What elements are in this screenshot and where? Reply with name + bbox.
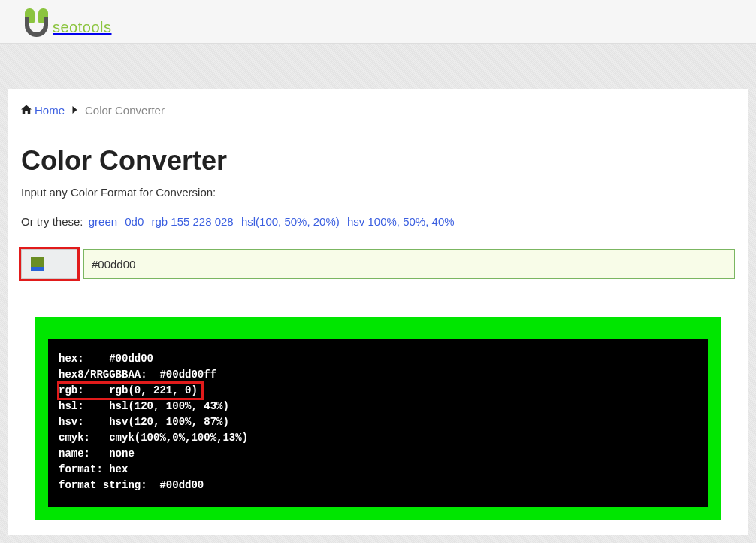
breadcrumb-home-link[interactable]: Home	[35, 104, 65, 117]
try-examples-line: Or try these: green 0d0 rgb 155 228 028 …	[21, 215, 735, 228]
breadcrumb-current: Color Converter	[85, 104, 165, 117]
result-line: hex8/RRGGBBAA: #00dd00ff	[59, 367, 697, 383]
logo-text: seotools	[53, 19, 112, 36]
result-line: cmyk: cmyk(100%,0%,100%,13%)	[59, 430, 697, 446]
result-line: hsv: hsv(120, 100%, 87%)	[59, 414, 697, 430]
breadcrumb-sep-icon	[72, 105, 77, 116]
example-link[interactable]: hsv 100%, 50%, 40%	[347, 215, 455, 228]
logo-icon	[23, 7, 51, 38]
page-subtitle: Input any Color Format for Conversion:	[21, 186, 735, 199]
top-bar: seotools	[0, 0, 756, 44]
input-row	[21, 249, 735, 279]
color-swatch-button[interactable]	[21, 249, 77, 279]
result-line: format: hex	[59, 462, 697, 478]
example-link[interactable]: rgb 155 228 028	[151, 215, 233, 228]
result-line: hsl: hsl(120, 100%, 43%)	[59, 399, 697, 414]
breadcrumb: Home Color Converter	[21, 104, 735, 117]
home-icon	[21, 105, 32, 117]
color-input[interactable]	[83, 249, 735, 279]
page-title: Color Converter	[21, 145, 735, 177]
main-card: Home Color Converter Color Converter Inp…	[8, 89, 748, 535]
result-terminal: hex: #00dd00hex8/RRGGBBAA: #00dd00ffrgb:…	[48, 339, 708, 507]
example-link[interactable]: green	[89, 215, 117, 228]
example-link[interactable]: hsl(100, 50%, 20%)	[241, 215, 340, 228]
result-panel: hex: #00dd00hex8/RRGGBBAA: #00dd00ffrgb:…	[35, 317, 721, 520]
result-line: format string: #00dd00	[59, 478, 697, 493]
try-label: Or try these:	[21, 215, 83, 228]
result-line: hex: #00dd00	[59, 351, 697, 367]
logo-link[interactable]: seotools	[23, 7, 112, 38]
swatch-icon	[31, 257, 44, 271]
result-line: rgb: rgb(0, 221, 0)	[59, 383, 697, 399]
result-line: name: none	[59, 446, 697, 462]
example-link[interactable]: 0d0	[125, 215, 144, 228]
